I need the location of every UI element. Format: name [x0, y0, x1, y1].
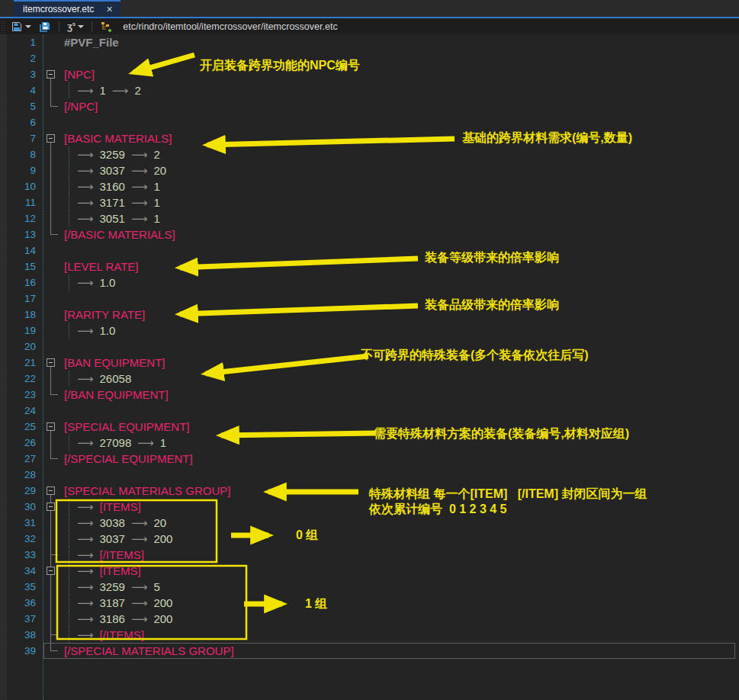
code-line-14[interactable]: 14 [0, 242, 739, 258]
line-number[interactable]: 7 [0, 133, 36, 144]
line-number[interactable]: 15 [0, 261, 36, 272]
code-line-24[interactable]: 24 [0, 403, 739, 419]
code-line-32[interactable]: 32⟶3037⟶200 [0, 531, 739, 547]
code-text[interactable]: [/NPC] [59, 98, 98, 114]
save-button[interactable] [9, 19, 33, 34]
code-text[interactable] [59, 114, 64, 130]
fold-collapse-icon[interactable] [47, 503, 55, 511]
code-line-22[interactable]: 22⟶26058 [0, 371, 739, 387]
line-number[interactable]: 18 [0, 309, 36, 320]
line-number[interactable]: 21 [0, 357, 36, 368]
code-text[interactable] [59, 242, 64, 258]
code-line-6[interactable]: 6 [0, 114, 739, 130]
breadcrumb-path[interactable]: etc/rindro/itemtool/itemcrossover/itemcr… [123, 21, 337, 32]
code-text[interactable]: ⟶26058 [69, 371, 137, 387]
code-line-33[interactable]: 33⟶[/ITEMS] [0, 547, 739, 563]
line-number[interactable]: 39 [0, 645, 36, 657]
line-number[interactable]: 8 [0, 149, 36, 160]
code-line-34[interactable]: 34⟶[ITEMS] [0, 563, 739, 579]
code-line-18[interactable]: 18[RARITY RATE] [0, 307, 739, 323]
code-text[interactable]: ⟶3187⟶200 [69, 595, 178, 611]
code-text[interactable]: [SPECIAL EQUIPMENT] [59, 419, 189, 435]
line-number[interactable]: 34 [0, 565, 36, 576]
line-number[interactable]: 20 [0, 341, 36, 352]
code-text[interactable]: [NPC] [59, 66, 95, 82]
line-number[interactable]: 16 [0, 277, 36, 288]
line-number[interactable]: 3 [0, 69, 36, 80]
fold-collapse-icon[interactable] [47, 422, 55, 431]
code-text[interactable]: [SPECIAL MATERIALS GROUP] [59, 483, 230, 499]
code-text[interactable] [59, 403, 64, 419]
code-text[interactable]: ⟶3259⟶5 [69, 579, 166, 595]
code-text[interactable]: [/SPECIAL MATERIALS GROUP] [59, 643, 234, 659]
save-all-button[interactable] [37, 19, 53, 34]
line-number[interactable]: 29 [0, 485, 36, 496]
format-dropdown-caret[interactable] [78, 25, 84, 28]
code-line-35[interactable]: 35⟶3259⟶5 [0, 579, 739, 595]
line-number[interactable]: 35 [0, 581, 36, 592]
code-line-37[interactable]: 37⟶3186⟶200 [0, 611, 739, 627]
line-number[interactable]: 31 [0, 517, 36, 528]
code-text[interactable]: ⟶[ITEMS] [69, 563, 141, 579]
code-text[interactable]: ⟶1.0 [69, 323, 121, 339]
code-line-15[interactable]: 15[LEVEL RATE] [0, 258, 739, 275]
line-number[interactable]: 6 [0, 117, 36, 128]
code-line-12[interactable]: 12⟶3051⟶1 [0, 210, 739, 226]
line-number[interactable]: 1 [0, 37, 36, 48]
code-text[interactable]: [RARITY RATE] [59, 307, 145, 323]
line-number[interactable]: 17 [0, 293, 36, 304]
code-text[interactable] [59, 50, 64, 66]
tab-itemcrossover[interactable]: itemcrossover.etc × [14, 0, 120, 17]
fold-collapse-icon[interactable] [47, 486, 55, 495]
code-area[interactable]: 1#PVF_File23[NPC]4⟶1⟶25[/NPC]67[BASIC MA… [0, 34, 739, 659]
line-number[interactable]: 25 [0, 421, 36, 432]
code-text[interactable]: ⟶3186⟶200 [69, 611, 178, 627]
add-node-button[interactable] [98, 19, 114, 34]
toolbar-grip[interactable] [1, 21, 5, 33]
save-dropdown-caret[interactable] [25, 25, 31, 28]
fold-collapse-icon[interactable] [47, 358, 55, 367]
code-text[interactable] [59, 291, 64, 307]
code-text[interactable]: #PVF_File [59, 34, 119, 50]
code-line-5[interactable]: 5[/NPC] [0, 98, 739, 114]
line-number[interactable]: 5 [0, 101, 36, 112]
line-number[interactable]: 19 [0, 325, 36, 336]
line-number[interactable]: 38 [0, 629, 36, 641]
line-number[interactable]: 26 [0, 437, 36, 448]
code-line-8[interactable]: 8⟶3259⟶2 [0, 146, 739, 162]
line-number[interactable]: 30 [0, 501, 36, 512]
line-number[interactable]: 11 [0, 197, 36, 208]
line-number[interactable]: 36 [0, 597, 36, 608]
code-line-10[interactable]: 10⟶3160⟶1 [0, 178, 739, 194]
code-line-38[interactable]: 38⟶[/ITEMS] [0, 627, 739, 643]
code-text[interactable]: [BAN EQUIPMENT] [59, 355, 165, 371]
code-line-13[interactable]: 13[/BASIC MATERIALS] [0, 226, 739, 242]
line-number[interactable]: 28 [0, 469, 36, 480]
line-number[interactable]: 12 [0, 213, 36, 224]
code-text[interactable]: [LEVEL RATE] [59, 258, 139, 275]
line-number[interactable]: 10 [0, 181, 36, 192]
code-text[interactable]: ⟶[ITEMS] [69, 499, 141, 515]
line-number[interactable]: 2 [0, 53, 36, 64]
line-number[interactable]: 13 [0, 229, 36, 240]
code-text[interactable]: [/SPECIAL EQUIPMENT] [59, 451, 193, 467]
code-line-9[interactable]: 9⟶3037⟶20 [0, 162, 739, 178]
fold-collapse-icon[interactable] [47, 70, 55, 79]
code-line-39[interactable]: 39[/SPECIAL MATERIALS GROUP] [0, 643, 739, 659]
code-text[interactable] [59, 339, 64, 355]
line-number[interactable]: 4 [0, 85, 36, 96]
code-line-27[interactable]: 27[/SPECIAL EQUIPMENT] [0, 451, 739, 467]
code-line-2[interactable]: 2 [0, 50, 739, 66]
code-line-16[interactable]: 16⟶1.0 [0, 275, 739, 291]
code-text[interactable]: ⟶[/ITEMS] [69, 547, 144, 563]
code-line-4[interactable]: 4⟶1⟶2 [0, 82, 739, 98]
code-line-11[interactable]: 11⟶3171⟶1 [0, 194, 739, 210]
close-icon[interactable]: × [106, 4, 112, 14]
code-line-17[interactable]: 17 [0, 291, 739, 307]
code-text[interactable]: [BASIC MATERIALS] [59, 130, 172, 146]
format-button[interactable]: ʒs [66, 19, 85, 34]
code-text[interactable]: ⟶3051⟶1 [69, 210, 166, 226]
line-number[interactable]: 32 [0, 533, 36, 544]
code-text[interactable]: ⟶3160⟶1 [69, 178, 166, 194]
code-text[interactable]: ⟶3037⟶200 [69, 531, 178, 547]
